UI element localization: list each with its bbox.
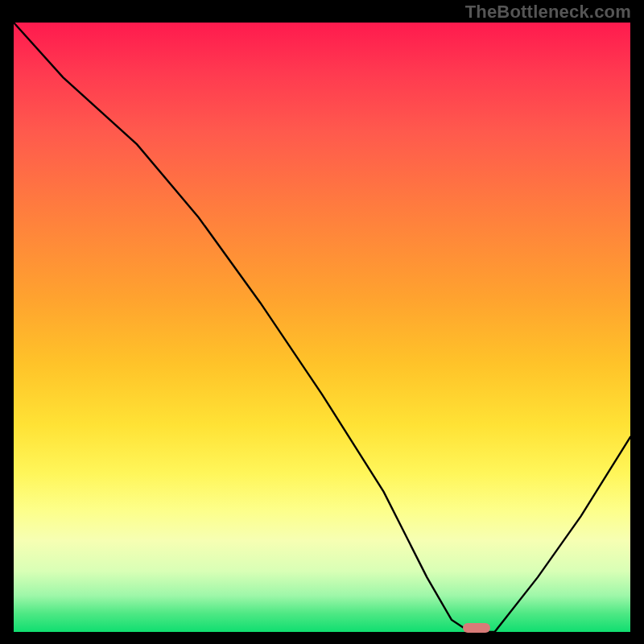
- minimum-marker: [463, 623, 490, 633]
- chart-frame: TheBottleneck.com: [0, 0, 644, 644]
- bottleneck-curve: [14, 23, 630, 632]
- plot-area: [14, 23, 630, 632]
- watermark-text: TheBottleneck.com: [465, 2, 631, 23]
